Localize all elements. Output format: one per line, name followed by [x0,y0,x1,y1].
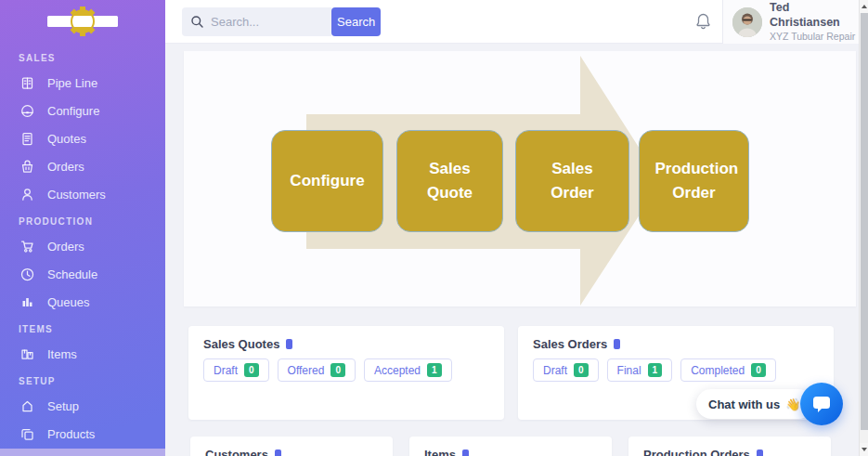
user-menu[interactable]: Ted Christiansen XYZ Tubular Repair [722,0,859,44]
user-company: XYZ Tubular Repair [770,31,859,43]
chip-completed[interactable]: Completed 0 [680,358,776,382]
flow-step-label: Production Order [655,157,733,206]
items-card: Items [409,436,612,456]
flow-step-label: Sales Quote [411,157,489,206]
clock-icon [20,267,34,281]
scroll-up-arrow-icon[interactable] [860,0,868,13]
indigo-card-icon [757,449,763,456]
chat-with-us-pill[interactable]: Chat with us 👋 [696,389,813,419]
flow-step-label: Sales Order [534,157,612,206]
sidebar-item-production-orders[interactable]: Orders [0,232,165,260]
search-input[interactable] [182,7,331,36]
sidebar-item-schedule[interactable]: Schedule [0,260,165,288]
chip-draft[interactable]: Draft 0 [533,358,599,382]
card-title: Items [424,448,456,456]
card-title: Production Orders [643,448,750,456]
card-header: Production Orders [628,436,831,456]
search-box: Search [182,7,381,36]
pipeline-icon [20,76,34,90]
sidebar-bottom-strip [0,449,165,456]
chip-label: Final [617,364,641,377]
avatar [732,7,762,37]
chip-accepted[interactable]: Accepted 1 [364,358,452,382]
app-window: SALES Pipe Line Configure Quotes Orders … [0,0,868,456]
quote-document-icon [20,132,34,146]
vertical-scrollbar[interactable] [859,0,868,456]
chip-offered[interactable]: Offered 0 [278,358,356,382]
configure-icon [20,104,34,118]
sidebar-item-pipe-line[interactable]: Pipe Line [0,69,165,97]
basket-icon [20,160,34,174]
chat-launcher-button[interactable] [800,383,843,425]
sidebar-item-label: Quotes [47,132,86,146]
process-flow-panel: Configure Sales Quote Sales Order Produc… [184,51,856,306]
status-badge: 0 [244,363,259,377]
indigo-card-icon [275,449,281,456]
top-header: Search Ted Christiansen XYZ Tubular Repa… [165,0,859,44]
sidebar-item-products[interactable]: Products [0,420,165,448]
status-badge: 0 [574,363,589,377]
indigo-card-icon [286,339,292,349]
sidebar-item-setup[interactable]: Setup [0,392,165,420]
bar-chart-icon [20,295,34,309]
sidebar-item-quotes[interactable]: Quotes [0,124,165,152]
card-title: Customers [205,448,268,456]
status-badge: 1 [648,363,663,377]
nav-section-sales: SALES [0,45,165,69]
status-chip-row: Draft 0 Offered 0 Accepted 1 [188,357,504,384]
user-info: Ted Christiansen XYZ Tubular Repair [770,1,859,42]
logo-container[interactable] [0,0,165,45]
person-icon [20,188,34,202]
sidebar-item-orders[interactable]: Orders [0,152,165,180]
sidebar: SALES Pipe Line Configure Quotes Orders … [0,0,165,456]
sidebar-item-label: Schedule [47,267,97,281]
scroll-down-arrow-icon[interactable] [860,443,868,456]
indigo-card-icon [462,449,469,456]
notifications-bell-icon[interactable] [693,12,713,33]
sidebar-item-label: Items [47,347,77,361]
sidebar-item-label: Products [47,427,95,441]
chat-bubble-icon [812,396,831,413]
chat-label: Chat with us [708,397,780,411]
card-header: Sales Quotes [188,326,504,357]
production-orders-card: Production Orders [628,436,831,456]
chip-label: Draft [214,364,238,377]
flow-step-production-order[interactable]: Production Order [639,130,749,232]
chip-label: Draft [543,364,567,377]
status-chip-row: Draft 0 Final 1 Completed 0 [518,357,834,384]
sidebar-item-customers[interactable]: Customers [0,180,165,208]
cart-icon [20,240,34,254]
sales-quotes-card: Sales Quotes Draft 0 Offered 0 Accepted … [188,326,504,420]
sidebar-item-queues[interactable]: Queues [0,288,165,316]
card-header: Sales Orders [518,326,834,357]
copy-icon [20,427,34,441]
chip-draft[interactable]: Draft 0 [203,358,269,382]
waving-hand-emoji: 👋 [785,397,800,411]
nav-section-items: ITEMS [0,316,165,340]
customers-card: Customers [190,436,393,456]
sidebar-item-configure[interactable]: Configure [0,97,165,124]
sidebar-item-label: Orders [47,240,84,254]
sidebar-item-items[interactable]: Items [0,340,165,368]
home-icon [20,399,34,413]
gear-with-pipe-logo-icon [45,4,120,41]
sidebar-item-label: Pipe Line [47,76,97,90]
scrollbar-thumb[interactable] [861,13,868,430]
sidebar-nav: SALES Pipe Line Configure Quotes Orders … [0,45,165,448]
card-header: Items [409,436,612,456]
flow-step-sales-quote[interactable]: Sales Quote [396,130,503,232]
chip-label: Accepted [374,364,421,377]
boxes-icon [20,347,34,361]
flow-step-sales-order[interactable]: Sales Order [515,130,629,232]
flow-step-configure[interactable]: Configure [271,130,383,232]
flow-step-label: Configure [289,169,367,193]
card-title: Sales Orders [533,337,607,351]
chip-final[interactable]: Final 1 [607,358,673,382]
status-badge: 1 [427,363,442,377]
search-button[interactable]: Search [331,7,381,36]
sidebar-item-label: Queues [47,295,90,309]
sidebar-item-label: Orders [47,160,84,174]
status-badge: 0 [751,363,766,377]
sidebar-item-label: Setup [47,399,79,413]
sidebar-item-label: Configure [47,104,99,118]
